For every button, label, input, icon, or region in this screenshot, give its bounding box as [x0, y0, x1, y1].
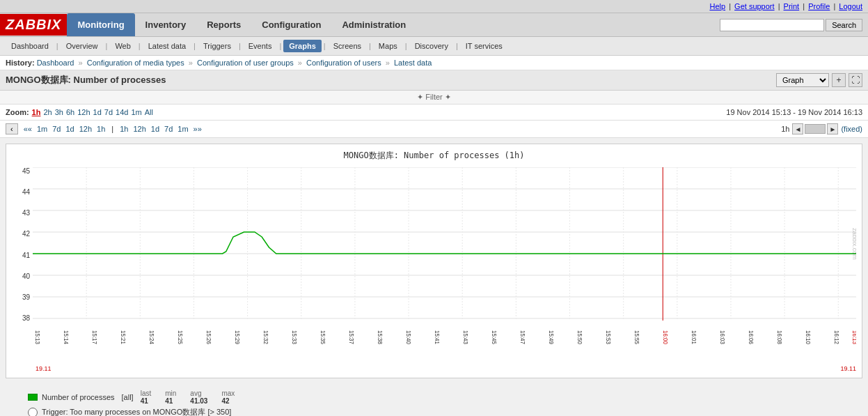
nav-inventory[interactable]: Inventory	[135, 13, 197, 36]
zoom-1d[interactable]: 1d	[93, 108, 102, 116]
zoom-14d[interactable]: 14d	[116, 108, 128, 116]
svg-text:15:26: 15:26	[205, 330, 212, 344]
zoom-2h[interactable]: 2h	[43, 108, 52, 116]
filter-bar[interactable]: ✦ Filter ✦	[0, 91, 868, 105]
svg-text:16:13: 16:13	[851, 330, 856, 344]
zoom-slider-next[interactable]: ►	[827, 123, 838, 134]
svg-text:15:33: 15:33	[291, 330, 297, 344]
nav-administration[interactable]: Administration	[331, 13, 416, 36]
search-input[interactable]	[720, 19, 824, 31]
nav-link-dbl-prev[interactable]: ««	[24, 125, 32, 133]
zoom-all[interactable]: All	[145, 108, 153, 116]
breadcrumb: History: Dashboard » Configuration of me…	[0, 56, 868, 70]
zoom-slider-prev[interactable]: ◄	[792, 123, 803, 134]
legend-item-processes: Number of processes [all] last 41 min 41…	[28, 390, 862, 405]
svg-text:15:24: 15:24	[148, 330, 155, 344]
get-support-link[interactable]: Get support	[734, 2, 774, 10]
legend-stat-last: last 41	[141, 390, 152, 405]
sub-nav-dashboard[interactable]: Dashboard	[6, 40, 54, 52]
breadcrumb-media-types[interactable]: Configuration of media types	[87, 59, 184, 67]
zoom-1m[interactable]: 1m	[131, 108, 141, 116]
zoom-slider-track[interactable]	[805, 124, 826, 134]
nav-time-controls: ‹ «« 1m 7d 1d 12h 1h | 1h 12h 1d 7d 1m »…	[6, 123, 203, 134]
svg-text:15:35: 15:35	[319, 330, 326, 344]
profile-link[interactable]: Profile	[808, 2, 830, 10]
zoom-date-range: 19 Nov 2014 15:13 - 19 Nov 2014 16:13	[726, 108, 862, 116]
nav-link-1m-prev[interactable]: 1m	[37, 125, 47, 133]
nav-link-7d-next[interactable]: 7d	[164, 125, 173, 133]
legend-item-trigger: Trigger: Too many processes on MONGO数据库 …	[28, 407, 862, 416]
svg-text:16:03: 16:03	[719, 330, 725, 344]
chart-svg-area: zabbix.com	[33, 167, 856, 322]
zoom-label: Zoom:	[6, 108, 29, 116]
print-link[interactable]: Print	[784, 2, 800, 10]
sub-nav-web[interactable]: Web	[109, 40, 136, 52]
nav-monitoring[interactable]: Monitoring	[67, 13, 134, 36]
page-title: MONGO数据库: Number of processes	[6, 74, 166, 86]
nav-link-12h-prev[interactable]: 12h	[79, 125, 92, 133]
nav-reports[interactable]: Reports	[196, 13, 251, 36]
nav-link-7d-prev[interactable]: 7d	[52, 125, 61, 133]
nav-bar: ‹ «« 1m 7d 1d 12h 1h | 1h 12h 1d 7d 1m »…	[0, 121, 868, 138]
sub-nav-it-services[interactable]: IT services	[460, 40, 508, 52]
svg-text:15:43: 15:43	[462, 330, 468, 344]
logo-text: ZABBIX	[6, 17, 61, 33]
svg-text:15:41: 15:41	[434, 330, 440, 344]
zoom-1h[interactable]: 1h	[32, 108, 41, 116]
main-nav: ZABBIX Monitoring Inventory Reports Conf…	[0, 13, 868, 37]
nav-link-1h-next[interactable]: 1h	[120, 125, 128, 133]
svg-text:16:10: 16:10	[805, 330, 811, 344]
breadcrumb-dashboard[interactable]: Dashboard	[37, 59, 74, 67]
nav-link-1m-next[interactable]: 1m	[177, 125, 188, 133]
add-graph-button[interactable]: +	[832, 73, 846, 87]
legend-name-processes: Number of processes	[42, 393, 115, 401]
nav-configuration[interactable]: Configuration	[251, 13, 331, 36]
svg-text:16:12: 16:12	[833, 330, 839, 344]
svg-text:zabbix.com: zabbix.com	[851, 228, 856, 259]
fullscreen-button[interactable]: ⛶	[849, 73, 862, 87]
sub-nav-discovery[interactable]: Discovery	[409, 40, 454, 52]
nav-link-dbl-next[interactable]: »»	[194, 125, 202, 133]
breadcrumb-latest-data[interactable]: Latest data	[394, 59, 432, 67]
prev-button[interactable]: ‹	[6, 123, 18, 134]
chart-title: MONGO数据库: Number of processes (1h)	[12, 150, 856, 162]
sub-nav-screens[interactable]: Screens	[328, 40, 367, 52]
graph-type-select[interactable]: Graph Bar Pie Exploded	[776, 73, 829, 87]
breadcrumb-users[interactable]: Configuration of users	[306, 59, 381, 67]
nav-link-1d-next[interactable]: 1d	[151, 125, 159, 133]
nav-link-1h-prev[interactable]: 1h	[97, 125, 105, 133]
svg-text:15:40: 15:40	[405, 330, 411, 344]
zoom-6h[interactable]: 6h	[66, 108, 74, 116]
top-bar-links: Help | Get support | Print | Profile | L…	[709, 2, 862, 10]
svg-text:16:06: 16:06	[748, 330, 754, 344]
svg-text:15:53: 15:53	[605, 330, 611, 344]
search-button[interactable]: Search	[826, 19, 862, 31]
title-controls: Graph Bar Pie Exploded + ⛶	[776, 73, 862, 87]
legend-stat-avg: avg 41.03	[190, 390, 207, 405]
breadcrumb-user-groups[interactable]: Configuration of user groups	[197, 59, 294, 67]
sub-nav-events[interactable]: Events	[243, 40, 278, 52]
sub-nav-latest-data[interactable]: Latest data	[143, 40, 191, 52]
svg-text:15:47: 15:47	[519, 330, 526, 344]
zoom-7d[interactable]: 7d	[104, 108, 113, 116]
sub-nav: Dashboard | Overview | Web | Latest data…	[0, 37, 868, 56]
help-link[interactable]: Help	[709, 2, 725, 10]
sub-nav-overview[interactable]: Overview	[61, 40, 104, 52]
logout-link[interactable]: Logout	[839, 2, 862, 10]
svg-text:15:37: 15:37	[348, 330, 354, 344]
svg-text:15:25: 15:25	[177, 330, 183, 344]
nav-link-12h-next[interactable]: 12h	[133, 125, 145, 133]
nav-link-1d-prev[interactable]: 1d	[65, 125, 74, 133]
search-area: Search	[720, 19, 868, 31]
sub-nav-triggers[interactable]: Triggers	[198, 40, 237, 52]
sub-nav-maps[interactable]: Maps	[373, 40, 403, 52]
svg-text:15:29: 15:29	[234, 330, 240, 344]
zoom-3h[interactable]: 3h	[55, 108, 63, 116]
nav-fixed-label: (fixed)	[841, 125, 862, 133]
legend: Number of processes [all] last 41 min 41…	[0, 384, 868, 416]
sub-nav-graphs[interactable]: Graphs	[283, 40, 322, 52]
zoom-12h[interactable]: 12h	[77, 108, 90, 116]
legend-filter-processes: [all]	[122, 393, 134, 401]
svg-text:15:21: 15:21	[120, 330, 126, 344]
nav-right-controls: 1h ◄ ► (fixed)	[781, 123, 862, 134]
